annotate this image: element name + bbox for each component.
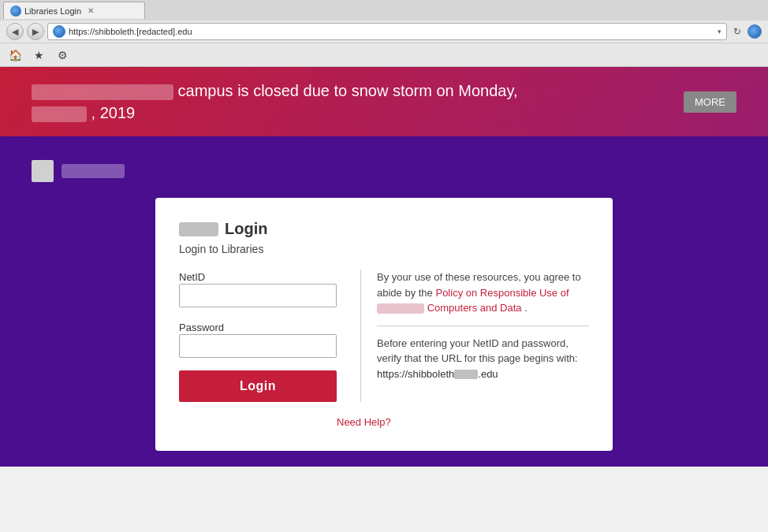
login-subtitle: Login to Libraries <box>179 243 589 255</box>
card-body: NetID Password Login By your use of thes… <box>179 270 589 402</box>
tab-close-icon[interactable]: ✕ <box>88 6 94 15</box>
redacted-university-name <box>32 84 173 100</box>
policy-link-text1: Policy on Responsible Use of <box>435 287 569 299</box>
login-button[interactable]: Login <box>179 370 337 402</box>
browser-chrome: Libraries Login ✕ ◀ ▶ https://shibboleth… <box>0 0 768 67</box>
settings-icon[interactable]: ⚙ <box>54 47 71 64</box>
address-bar[interactable]: https://shibboleth.[redacted].edu ▾ <box>47 23 727 40</box>
redacted-date <box>32 106 87 122</box>
netid-label: NetID <box>179 271 205 283</box>
alert-message-prefix: campus is closed due to snow storm on Mo… <box>178 82 518 99</box>
url-suffix: .edu <box>478 368 498 380</box>
browser-titlebar: ◀ ▶ https://shibboleth.[redacted].edu ▾ … <box>0 20 768 43</box>
policy-text-after: . <box>524 302 528 314</box>
logo-area <box>32 160 125 182</box>
url-value-row: https://shibboleth.edu <box>377 366 589 382</box>
alert-banner: campus is closed due to snow storm on Mo… <box>0 67 768 136</box>
back-button[interactable]: ◀ <box>6 23 24 40</box>
logo-text-redacted <box>62 164 125 178</box>
purple-section: Login Login to Libraries NetID Password … <box>0 136 768 467</box>
policy-divider <box>377 326 589 326</box>
right-panel: By your use of these resources, you agre… <box>360 270 589 402</box>
need-help-row: Need Help? <box>179 415 589 429</box>
policy-text: By your use of these resources, you agre… <box>377 270 589 316</box>
browser-tab[interactable]: Libraries Login ✕ <box>3 2 145 19</box>
url-text-before: Before entering your NetID and password,… <box>377 337 578 365</box>
password-input[interactable] <box>179 334 337 358</box>
alert-message-suffix: , 2019 <box>91 104 136 121</box>
page-content: campus is closed due to snow storm on Mo… <box>0 67 768 523</box>
tab-title: Libraries Login <box>24 6 81 16</box>
ie-globe-icon <box>53 25 65 38</box>
card-wrapper: Login Login to Libraries NetID Password … <box>32 198 736 451</box>
tab-favicon-icon <box>10 6 21 17</box>
tab-bar: Libraries Login ✕ <box>0 0 768 20</box>
home-icon[interactable]: 🏠 <box>6 47 24 64</box>
password-label: Password <box>179 322 224 333</box>
url-text: Before entering your NetID and password,… <box>377 336 589 366</box>
login-card: Login Login to Libraries NetID Password … <box>155 198 613 451</box>
refresh-button[interactable]: ↻ <box>730 24 744 39</box>
browser-toolbar: 🏠 ★ ⚙ <box>0 43 768 66</box>
login-title-row: Login <box>179 220 589 238</box>
logo-icon <box>32 160 54 182</box>
forward-button[interactable]: ▶ <box>27 23 44 40</box>
need-help-link[interactable]: Need Help? <box>337 416 391 428</box>
netid-input[interactable] <box>179 284 337 307</box>
address-text: https://shibboleth.[redacted].edu <box>69 27 714 36</box>
left-panel: NetID Password Login <box>179 270 337 402</box>
favorites-icon[interactable]: ★ <box>30 47 47 64</box>
alert-text: campus is closed due to snow storm on Mo… <box>32 80 568 124</box>
url-value: https://shibboleth <box>377 368 454 380</box>
login-title: Login <box>225 220 267 238</box>
title-redact-icon <box>179 222 218 236</box>
more-button[interactable]: MORE <box>684 91 736 113</box>
url-redacted <box>454 370 478 379</box>
redacted-university-inline <box>377 303 424 314</box>
address-dropdown-icon[interactable]: ▾ <box>718 28 721 35</box>
policy-link-text2: Computers and Data <box>427 302 522 314</box>
ie-logo-icon <box>747 24 762 39</box>
